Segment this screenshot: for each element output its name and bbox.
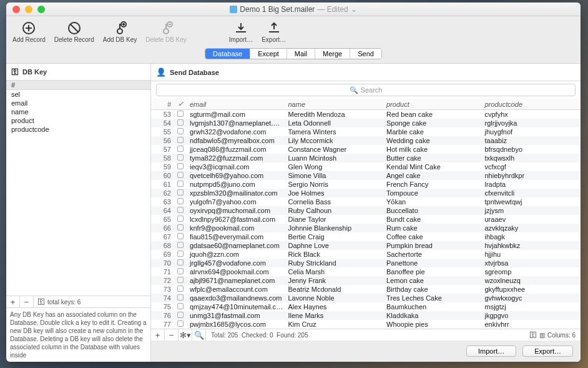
tab-merge[interactable]: Merge — [315, 49, 350, 59]
key-plus-icon — [110, 20, 129, 36]
db-key-item[interactable]: name — [6, 107, 150, 116]
sidebar: ⚿ DB Key #selemailnameproductproductcode… — [6, 64, 151, 362]
columns-count-button[interactable]: ▥ — [539, 332, 545, 339]
add-record-button[interactable]: Add Record — [12, 20, 46, 43]
settings-button[interactable]: ✻▾ — [179, 329, 192, 341]
row-checkbox[interactable] — [177, 207, 184, 213]
row-checkbox[interactable] — [177, 189, 184, 196]
table-row[interactable]: 69jquoh@zzn.comRick BlackSachertortehjji… — [151, 250, 581, 259]
table-row[interactable]: 67fiau815@everymail.comBertie CraigCoffe… — [151, 232, 581, 241]
row-checkbox[interactable] — [177, 119, 184, 126]
row-checkbox[interactable] — [177, 286, 184, 292]
row-checkbox[interactable] — [177, 181, 184, 187]
delete-db-key-button[interactable]: Delete DB Key — [145, 20, 187, 43]
row-checkbox[interactable] — [177, 321, 184, 327]
database-table: #✓emailnameproductproductcode 53sgturm@m… — [151, 99, 581, 329]
zoom-icon[interactable] — [37, 6, 45, 13]
row-checkbox[interactable] — [177, 251, 184, 257]
table-row[interactable]: 75qmjzay474@10minutemail.comAlex HaynesB… — [151, 302, 581, 311]
row-checkbox[interactable] — [177, 312, 184, 318]
row-checkbox[interactable] — [177, 111, 184, 117]
tab-mail[interactable]: Mail — [287, 49, 315, 59]
row-checkbox[interactable] — [177, 303, 184, 309]
table-row[interactable]: 53sgturm@mail.comMeredith MendozaRed bea… — [151, 110, 581, 119]
table-row[interactable]: 66knfr9@pookmail.comJohnnie BlankenshipR… — [151, 224, 581, 232]
table-row[interactable]: 71alrvnx694@pookmail.comCelia MarshBanof… — [151, 267, 581, 276]
table-row[interactable]: 65lcxdlnpy9627@fastmail.comDiane TaylorB… — [151, 215, 581, 224]
add-db-key-button[interactable]: Add DB Key — [103, 20, 137, 43]
row-checkbox[interactable] — [177, 259, 184, 266]
column-header[interactable]: name — [286, 99, 385, 110]
remove-key-button[interactable]: − — [20, 296, 34, 307]
table-row[interactable]: 68gdatsae60@nameplanet.comDaphne LovePum… — [151, 241, 581, 250]
search-rows-button[interactable]: 🔍 — [192, 329, 206, 341]
table-row[interactable]: 63yulgofn7@yahoo.comCornelia BassYōkantp… — [151, 197, 581, 206]
table-row[interactable]: 72ajbjl9671@nameplanet.comJenny FrankLem… — [151, 276, 581, 285]
table-row[interactable]: 54lvgmjsh1307@nameplanet.comLeta Odonnel… — [151, 119, 581, 127]
row-checkbox[interactable] — [177, 154, 184, 161]
export-footer-button[interactable]: Export… — [522, 346, 573, 357]
svg-point-5 — [117, 29, 122, 34]
column-header[interactable]: product — [384, 99, 483, 110]
table-row[interactable]: 76unmg31@fastmail.comIlene MarksKladdkak… — [151, 311, 581, 320]
row-checkbox[interactable] — [177, 268, 184, 274]
remove-row-button[interactable]: − — [165, 329, 179, 341]
row-checkbox[interactable] — [177, 163, 184, 169]
close-icon[interactable] — [12, 6, 20, 13]
add-row-button[interactable]: + — [151, 329, 165, 341]
db-key-item[interactable]: # — [6, 81, 150, 90]
add-key-button[interactable]: + — [6, 296, 20, 307]
row-checkbox[interactable] — [177, 137, 184, 143]
column-header[interactable]: email — [187, 99, 286, 110]
table-row[interactable]: 55grwh322@vodafone.comTamera WintersMarb… — [151, 127, 581, 136]
import-footer-button[interactable]: Import… — [466, 346, 516, 357]
delete-record-button[interactable]: Delete Record — [54, 20, 94, 43]
tab-send[interactable]: Send — [350, 49, 381, 59]
key-icon: ⚿ — [37, 297, 45, 306]
table-row[interactable]: 60qvetcelh69@yahoo.comSimone VillaAngel … — [151, 171, 581, 180]
tab-except[interactable]: Except — [250, 49, 287, 59]
column-header[interactable]: productcode — [483, 99, 581, 110]
table-row[interactable]: 57jjceaq086@fuzzmail.comConstance Wagner… — [151, 145, 581, 154]
table-row[interactable]: 59ieqv3@icqmail.comGlen WongKendal Mint … — [151, 162, 581, 171]
table-row[interactable]: 77pwjmbx1685@lycos.comKim CruzWhoopie pi… — [151, 320, 581, 329]
row-checkbox[interactable] — [177, 198, 184, 204]
table-row[interactable]: 61nutpmpd5@juno.comSergio NorrisFrench F… — [151, 180, 581, 189]
table-row[interactable]: 64oyxirvpq@muchomail.comRuby CalhounBucc… — [151, 206, 581, 215]
row-checkbox[interactable] — [177, 172, 184, 178]
table-row[interactable]: 62xpzsblm320@mailinator.comJoe HolmesTom… — [151, 189, 581, 197]
sidebar-heading: DB Key — [22, 68, 47, 76]
tab-database[interactable]: Database — [205, 49, 250, 59]
row-checkbox[interactable] — [177, 277, 184, 283]
db-key-item[interactable]: email — [6, 99, 150, 107]
row-checkbox[interactable] — [177, 294, 184, 301]
table-row[interactable]: 56ndfabwlo5@myrealbox.comLily MccormickW… — [151, 136, 581, 145]
db-key-item[interactable]: sel — [6, 90, 150, 99]
table-row[interactable]: 70jrgllg457@vodafone.comRuby StricklandP… — [151, 259, 581, 267]
search-input[interactable]: 🔍 Search — [156, 84, 576, 96]
db-key-list[interactable]: #selemailnameproductproductcode — [6, 81, 150, 296]
key-minus-icon — [157, 20, 175, 36]
table-row[interactable]: 74qaaexdo3@mailandnews.comLavonne NobleT… — [151, 294, 581, 302]
row-checkbox[interactable] — [177, 128, 184, 134]
window-title: Demo 1 Big Set.mailer — [240, 5, 315, 14]
column-header[interactable]: # — [151, 99, 174, 110]
import-button[interactable]: Import… — [229, 20, 253, 43]
row-checkbox[interactable] — [177, 216, 184, 222]
export-button[interactable]: Export… — [262, 20, 286, 43]
title-dropdown-icon[interactable]: ⌄ — [351, 5, 357, 14]
column-header[interactable]: ✓ — [174, 99, 187, 110]
doc-icon — [230, 6, 237, 13]
row-checkbox[interactable] — [177, 233, 184, 239]
table-row[interactable]: 73wfplc@emailaccount.comBeatriz Mcdonald… — [151, 285, 581, 294]
minimize-icon[interactable] — [25, 6, 32, 13]
row-checkbox[interactable] — [177, 146, 184, 152]
row-checkbox[interactable] — [177, 242, 184, 248]
db-key-item[interactable]: productcode — [6, 125, 150, 134]
db-key-item[interactable]: product — [6, 116, 150, 125]
window-state: — Edited — [317, 5, 348, 14]
tab-bar: DatabaseExceptMailMergeSend — [6, 44, 581, 63]
table-row[interactable]: 58tyma822@fuzzmail.comLuann McintoshButt… — [151, 154, 581, 162]
row-checkbox[interactable] — [177, 224, 184, 231]
person-icon: 👤 — [156, 67, 166, 77]
